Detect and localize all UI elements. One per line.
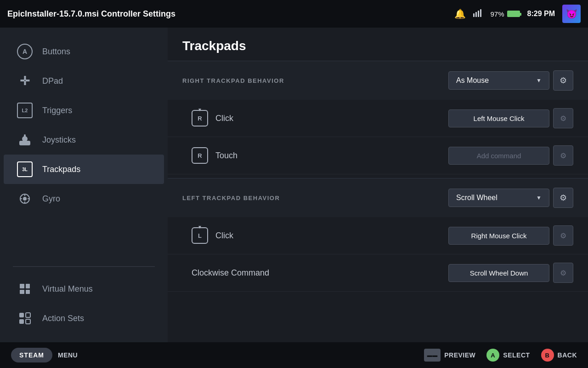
svg-rect-3 <box>480 9 481 17</box>
trackpad-nav-icon: 3L <box>17 161 33 178</box>
back-label: BACK <box>558 351 577 359</box>
bottombar-left: STEAM MENU <box>11 348 78 362</box>
sidebar-divider <box>13 266 155 267</box>
clockwise-gear-button[interactable]: ⚙ <box>553 263 573 283</box>
svg-rect-16 <box>26 319 30 324</box>
page-title: Trackpads <box>182 39 573 53</box>
arrow-down-icon-2: ▼ <box>198 224 202 230</box>
gyro-icon <box>17 190 33 207</box>
preview-label: PREVIEW <box>444 351 475 359</box>
a-icon: A <box>17 43 33 60</box>
sidebar-label-action-sets: Action Sets <box>42 314 84 323</box>
arrow-down-icon: ▼ <box>198 107 202 112</box>
a-button-badge: A <box>486 349 499 362</box>
right-touch-row-left: R Touch <box>192 147 237 164</box>
right-touch-icon: R <box>192 147 208 164</box>
avatar: 😈 <box>562 5 581 23</box>
l2-icon: L2 <box>17 102 33 119</box>
actionsets-icon <box>17 310 33 327</box>
left-trackpad-dropdown-value: Scroll Wheel <box>456 194 531 202</box>
right-click-label: Click <box>215 114 233 123</box>
content-area: Trackpads RIGHT TRACKPAD BEHAVIOR As Mou… <box>168 28 588 342</box>
left-click-row-right: Right Mouse Click ⚙ <box>448 225 573 246</box>
joystick-icon <box>17 132 33 148</box>
sidebar-item-gyro[interactable]: Gyro <box>4 184 164 213</box>
left-click-row-left: ▼ L Click <box>192 227 233 244</box>
left-trackpad-section: LEFT TRACKPAD BEHAVIOR Scroll Wheel ▼ ⚙ … <box>168 178 588 292</box>
left-click-row: ▼ L Click Right Mouse Click ⚙ <box>168 217 588 254</box>
left-trackpad-label: LEFT TRACKPAD BEHAVIOR <box>182 195 280 201</box>
preview-action: ▬▬ PREVIEW <box>424 349 475 362</box>
right-click-row-left: ▼ R Click <box>192 110 233 126</box>
right-trackpad-header: RIGHT TRACKPAD BEHAVIOR As Mouse ▼ ⚙ <box>168 61 588 100</box>
sidebar-item-virtual-menus[interactable]: Virtual Menus <box>4 274 164 304</box>
b-button-badge: B <box>541 349 554 362</box>
right-click-gear-button[interactable]: ⚙ <box>553 108 573 128</box>
right-touch-command-button[interactable]: Add command <box>448 147 549 165</box>
svg-rect-15 <box>26 313 30 317</box>
sidebar-label-trackpads: Trackpads <box>42 165 80 174</box>
left-trackpad-header: LEFT TRACKPAD BEHAVIOR Scroll Wheel ▼ ⚙ <box>168 178 588 217</box>
notification-icon: 🔔 <box>454 8 466 19</box>
select-action: A SELECT <box>486 349 530 362</box>
right-trackpad-rows: ▼ R Click Left Mouse Click ⚙ R <box>168 100 588 174</box>
battery-percent: 97% <box>491 10 504 18</box>
svg-rect-13 <box>19 313 24 317</box>
right-click-command-button[interactable]: Left Mouse Click <box>448 109 549 127</box>
dpad-icon: ✛ <box>17 73 33 89</box>
topbar: EpicInstaller-15.7.0.msi Controller Sett… <box>0 0 588 28</box>
left-trackpad-controls: Scroll Wheel ▼ ⚙ <box>448 188 573 208</box>
right-click-row-right: Left Mouse Click ⚙ <box>448 108 573 128</box>
left-trackpad-gear-button[interactable]: ⚙ <box>553 188 573 208</box>
right-trackpad-controls: As Mouse ▼ ⚙ <box>448 70 573 91</box>
left-click-icon: ▼ L <box>192 227 208 244</box>
svg-point-8 <box>23 197 27 201</box>
left-click-gear-button[interactable]: ⚙ <box>553 225 573 246</box>
clockwise-command-button[interactable]: Scroll Wheel Down <box>448 264 549 282</box>
sidebar-label-dpad: DPad <box>42 76 63 86</box>
signal-icon <box>473 9 483 19</box>
content-header: Trackpads <box>168 28 588 61</box>
right-trackpad-gear-button[interactable]: ⚙ <box>553 70 573 91</box>
right-touch-gear-button[interactable]: ⚙ <box>553 145 573 166</box>
right-touch-row-right: Add command ⚙ <box>448 145 573 166</box>
sidebar-item-action-sets[interactable]: Action Sets <box>4 304 164 333</box>
svg-rect-0 <box>473 13 475 17</box>
right-trackpad-section: RIGHT TRACKPAD BEHAVIOR As Mouse ▼ ⚙ ▼ R <box>168 61 588 174</box>
topbar-time: 8:29 PM <box>527 10 555 18</box>
right-trackpad-label: RIGHT TRACKPAD BEHAVIOR <box>182 77 284 84</box>
sidebar-item-joysticks[interactable]: Joysticks <box>4 125 164 155</box>
svg-rect-6 <box>24 134 26 139</box>
select-label: SELECT <box>503 351 530 359</box>
right-trackpad-dropdown[interactable]: As Mouse ▼ <box>448 71 549 90</box>
steam-button[interactable]: STEAM <box>11 348 52 362</box>
clockwise-row-left: Clockwise Command <box>192 268 269 278</box>
clockwise-label: Clockwise Command <box>192 268 269 278</box>
svg-rect-2 <box>478 11 479 17</box>
clockwise-row-right: Scroll Wheel Down ⚙ <box>448 263 573 283</box>
battery-icon <box>507 11 520 17</box>
chevron-down-icon-2: ▼ <box>536 195 542 201</box>
right-trackpad-dropdown-value: As Mouse <box>456 76 531 85</box>
right-touch-row: R Touch Add command ⚙ <box>168 137 588 174</box>
left-click-command-button[interactable]: Right Mouse Click <box>448 227 549 245</box>
sidebar: A Buttons ✛ DPad L2 Triggers <box>0 28 168 342</box>
right-click-icon: ▼ R <box>192 110 208 126</box>
sidebar-item-trackpads[interactable]: 3L Trackpads <box>4 155 164 184</box>
sidebar-item-dpad[interactable]: ✛ DPad <box>4 66 164 96</box>
grid-icon <box>17 281 33 297</box>
sidebar-item-triggers[interactable]: L2 Triggers <box>4 96 164 125</box>
svg-rect-1 <box>475 12 477 17</box>
bottombar: STEAM MENU ▬▬ PREVIEW A SELECT B BACK <box>0 342 588 368</box>
clockwise-row: Clockwise Command Scroll Wheel Down ⚙ <box>168 254 588 292</box>
topbar-title: EpicInstaller-15.7.0.msi Controller Sett… <box>7 9 175 19</box>
sidebar-label-joysticks: Joysticks <box>42 135 76 145</box>
right-touch-label: Touch <box>215 151 237 161</box>
sidebar-label-triggers: Triggers <box>42 106 72 115</box>
menu-label: MENU <box>58 351 78 359</box>
sidebar-item-buttons[interactable]: A Buttons <box>4 37 164 66</box>
left-trackpad-dropdown[interactable]: Scroll Wheel ▼ <box>448 189 549 207</box>
bottombar-right: ▬▬ PREVIEW A SELECT B BACK <box>424 349 577 362</box>
battery-display: 97% <box>491 10 520 18</box>
sidebar-label-virtual-menus: Virtual Menus <box>42 284 93 294</box>
